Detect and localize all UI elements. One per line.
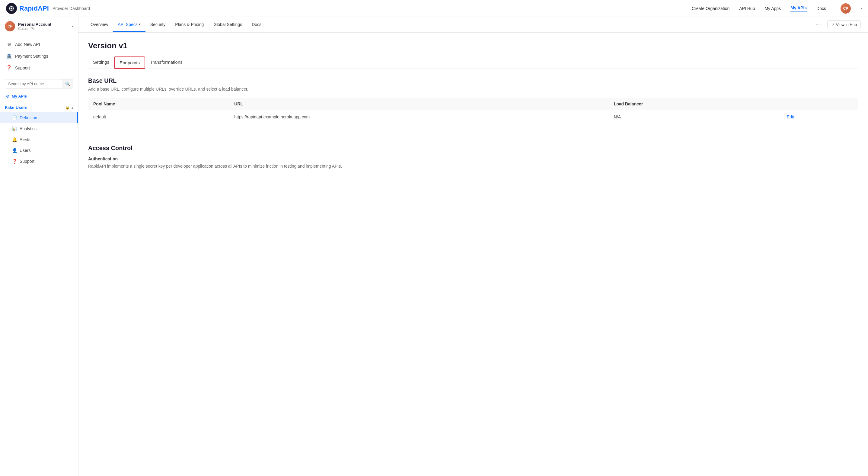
definition-icon: 📄 — [12, 115, 17, 120]
search-input-wrap: 🔍 — [5, 79, 73, 89]
access-control-section: Access Control Authentication RapidAPI i… — [88, 136, 858, 170]
sec-nav-overview-label: Overview — [91, 22, 108, 27]
base-url-description: Add a base URL, configure multiple URLs,… — [88, 87, 858, 91]
nav-my-apps[interactable]: My Apps — [765, 6, 781, 11]
sidebar-item-add-api[interactable]: ⊕ Add New API — [0, 38, 78, 50]
sec-nav-plans-pricing-label: Plans & Pricing — [175, 22, 204, 27]
sidebar-item-support-main-label: Support — [15, 65, 30, 70]
svg-point-1 — [10, 7, 12, 9]
sidebar-subitem-definition[interactable]: 📄 Definition — [0, 112, 78, 123]
sub-tab-settings[interactable]: Settings — [88, 57, 114, 68]
account-section[interactable]: CP Personal Account Catalin Pit ▾ — [0, 17, 78, 36]
sidebar-item-payment-label: Payment Settings — [15, 54, 48, 59]
sidebar-subitem-users-label: Users — [20, 148, 31, 153]
edit-link[interactable]: Edit — [787, 115, 794, 119]
col-url: URL — [229, 98, 609, 110]
top-nav: RapidAPI Provider Dashboard Create Organ… — [0, 0, 868, 17]
logo-area: RapidAPI Provider Dashboard — [6, 3, 90, 14]
sec-nav-global-settings-label: Global Settings — [213, 22, 242, 27]
base-url-table: Pool Name URL Load Balancer default http… — [88, 97, 858, 124]
user-avatar[interactable]: CP — [840, 3, 851, 13]
sec-nav-overview[interactable]: Overview — [86, 18, 113, 32]
external-link-icon: ↗ — [831, 22, 835, 27]
cell-load-balancer: N/A — [609, 110, 782, 124]
secondary-nav: Overview API Specs ▾ Security Plans & Pr… — [79, 17, 868, 33]
payment-icon: 🏦 — [6, 53, 12, 59]
cell-url: https://rapidapi-example.herokuapp.com — [229, 110, 609, 124]
page-title: Version v1 — [88, 41, 858, 51]
sidebar-subitem-analytics-label: Analytics — [20, 126, 36, 131]
sidebar-subitem-definition-label: Definition — [20, 115, 37, 120]
sub-tab-endpoints[interactable]: Endpoints — [114, 57, 145, 69]
account-info: Personal Account Catalin Pit — [18, 22, 71, 31]
fake-users-chevron-icon: ▴ — [71, 106, 73, 110]
my-apis-label: My APIs — [12, 94, 27, 98]
user-dropdown-arrow[interactable]: ▾ — [861, 7, 862, 10]
sidebar-subitem-users[interactable]: 👤 Users — [0, 145, 78, 156]
sec-nav-security[interactable]: Security — [146, 18, 170, 32]
analytics-icon: 📊 — [12, 126, 17, 131]
fake-users-section: Fake Users 🔒 ▴ 📄 Definition 📊 Analytics … — [0, 101, 78, 169]
sec-nav-plans-pricing[interactable]: Plans & Pricing — [170, 18, 209, 32]
fake-users-label: Fake Users — [5, 105, 28, 110]
base-url-section: Base URL Add a base URL, configure multi… — [88, 77, 858, 124]
sidebar-item-add-api-label: Add New API — [15, 42, 40, 47]
api-specs-dropdown-icon: ▾ — [139, 22, 141, 26]
sub-tab-endpoints-label: Endpoints — [120, 60, 140, 65]
sub-tab-transformations[interactable]: Transformations — [145, 57, 187, 68]
nav-docs[interactable]: Docs — [816, 6, 826, 11]
sidebar-subitem-alerts-label: Alerts — [20, 137, 30, 142]
main-layout: CP Personal Account Catalin Pit ▾ ⊕ Add … — [0, 17, 868, 476]
view-in-hub-button[interactable]: ↗ View in Hub — [827, 20, 861, 29]
col-load-balancer: Load Balancer — [609, 98, 782, 110]
account-name: Personal Account — [18, 22, 71, 27]
subitem-support-icon: ❓ — [12, 159, 17, 164]
sidebar-menu: ⊕ Add New API 🏦 Payment Settings ❓ Suppo… — [0, 36, 78, 76]
table-header-row: Pool Name URL Load Balancer — [88, 98, 858, 110]
sec-nav-global-settings[interactable]: Global Settings — [209, 18, 247, 32]
sec-nav-docs[interactable]: Docs — [247, 18, 266, 32]
my-apis-section[interactable]: ⊙ My APIs — [0, 91, 78, 101]
nav-my-apis[interactable]: My APIs — [790, 5, 807, 11]
content-area: Overview API Specs ▾ Security Plans & Pr… — [79, 17, 868, 476]
lock-icon: 🔒 — [65, 106, 70, 110]
sec-nav-more-button[interactable]: ··· — [814, 19, 825, 30]
account-sub: Catalin Pit — [18, 27, 71, 31]
search-button[interactable]: 🔍 — [62, 80, 73, 88]
sidebar-subitem-support[interactable]: ❓ Support — [0, 156, 78, 167]
sub-tab-transformations-label: Transformations — [150, 59, 183, 65]
sec-nav-docs-label: Docs — [252, 22, 261, 27]
search-input[interactable] — [5, 80, 62, 88]
my-apis-icon: ⊙ — [6, 94, 9, 98]
account-avatar: CP — [5, 21, 15, 31]
users-icon: 👤 — [12, 148, 17, 153]
sidebar-subitem-analytics[interactable]: 📊 Analytics — [0, 123, 78, 134]
top-nav-links: Create Organization API Hub My Apps My A… — [692, 3, 862, 13]
sec-nav-api-specs[interactable]: API Specs ▾ — [113, 18, 145, 32]
add-icon: ⊕ — [6, 41, 12, 47]
base-url-title: Base URL — [88, 77, 858, 84]
sub-tabs: Settings Endpoints Transformations — [88, 57, 858, 69]
col-pool-name: Pool Name — [88, 98, 230, 110]
sec-nav-security-label: Security — [150, 22, 166, 27]
support-icon: ❓ — [6, 65, 12, 71]
nav-create-org[interactable]: Create Organization — [692, 6, 730, 11]
sidebar-item-support-main[interactable]: ❓ Support — [0, 62, 78, 74]
account-chevron-icon: ▾ — [71, 25, 73, 28]
nav-api-hub[interactable]: API Hub — [739, 6, 755, 11]
logo-subtitle: Provider Dashboard — [53, 6, 90, 11]
view-in-hub-label: View in Hub — [836, 22, 857, 27]
search-area: 🔍 — [0, 76, 78, 91]
sidebar-subitem-alerts[interactable]: 🔔 Alerts — [0, 134, 78, 145]
page-content: Version v1 Settings Endpoints Transforma… — [79, 33, 868, 178]
sub-tab-settings-label: Settings — [93, 59, 109, 65]
logo-icon — [6, 3, 17, 14]
logo-text: RapidAPI — [19, 4, 49, 12]
cell-edit: Edit — [782, 110, 858, 124]
access-control-title: Access Control — [88, 145, 858, 152]
auth-label: Authentication — [88, 156, 858, 161]
sidebar-item-payment[interactable]: 🏦 Payment Settings — [0, 50, 78, 62]
col-actions — [782, 98, 858, 110]
fake-users-item[interactable]: Fake Users 🔒 ▴ — [0, 103, 78, 112]
sidebar-subitem-support-label: Support — [20, 159, 34, 164]
